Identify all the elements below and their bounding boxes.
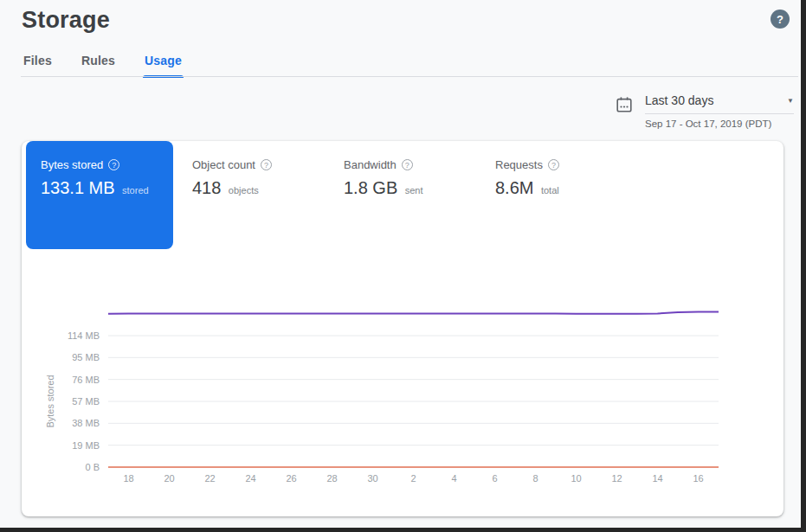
x-tick-label: 22 xyxy=(204,473,215,484)
tab-rules[interactable]: Rules xyxy=(80,54,117,77)
stat-value-row: 418 objects xyxy=(192,178,325,198)
stat-value-row: 8.6M total xyxy=(495,178,628,198)
stat-label: Object count ? xyxy=(192,158,325,171)
stat-label-text: Bytes stored xyxy=(41,158,103,171)
tab-files-label: Files xyxy=(23,54,52,67)
usage-chart: 0 B19 MB38 MB57 MB76 MB95 MB114 MB182022… xyxy=(22,260,783,510)
stat-card-requests[interactable]: Requests ? 8.6M total xyxy=(480,141,628,249)
date-range-picker[interactable]: Last 30 days ▼ Sep 17 - Oct 17, 2019 (PD… xyxy=(616,93,794,129)
stat-unit: total xyxy=(541,185,559,195)
stat-value-row: 133.1 MB stored xyxy=(41,178,173,198)
stat-card-bandwidth[interactable]: Bandwidth ? 1.8 GB sent xyxy=(329,141,476,249)
x-tick-label: 26 xyxy=(286,473,296,484)
calendar-icon xyxy=(616,96,633,113)
help-button[interactable]: ? xyxy=(771,10,790,29)
x-tick-label: 16 xyxy=(693,473,703,484)
x-tick-label: 28 xyxy=(326,473,337,484)
help-circle-icon: ? xyxy=(402,159,413,170)
stat-unit: sent xyxy=(405,185,423,195)
stat-card-content: Requests ? 8.6M total xyxy=(480,141,628,198)
help-circle-icon: ? xyxy=(548,159,559,170)
stat-label: Requests ? xyxy=(495,158,628,171)
series-bytes-stored-mb xyxy=(108,312,719,314)
tab-files[interactable]: Files xyxy=(22,54,54,77)
tab-bar: Files Rules Usage xyxy=(22,54,184,77)
stat-value-row: 1.8 GB sent xyxy=(344,178,476,198)
storage-usage-page: Storage ? Files Rules Usage Last 30 days… xyxy=(0,0,806,532)
y-tick-label: 0 B xyxy=(85,462,100,472)
stat-card-content: Bytes stored ? 133.1 MB stored xyxy=(26,141,173,198)
help-circle-icon: ? xyxy=(261,159,272,170)
x-tick-label: 30 xyxy=(367,473,377,484)
tab-rules-label: Rules xyxy=(81,54,115,67)
x-tick-label: 4 xyxy=(451,473,456,484)
x-tick-label: 18 xyxy=(123,473,133,484)
stat-value: 1.8 GB xyxy=(344,178,397,197)
stat-value: 133.1 MB xyxy=(41,178,115,197)
stat-card-content: Object count ? 418 objects xyxy=(177,141,325,198)
stat-unit: objects xyxy=(229,185,259,195)
usage-panel: Bytes stored ? 133.1 MB stored Object co… xyxy=(22,141,783,516)
stat-card-object-count[interactable]: Object count ? 418 objects xyxy=(177,141,325,249)
x-tick-label: 14 xyxy=(652,473,662,484)
x-tick-label: 12 xyxy=(611,473,622,484)
stat-label-text: Bandwidth xyxy=(344,158,397,171)
stat-label: Bandwidth ? xyxy=(344,158,476,171)
question-mark-icon: ? xyxy=(777,13,783,26)
tab-usage-label: Usage xyxy=(145,54,182,67)
usage-chart-svg: 0 B19 MB38 MB57 MB76 MB95 MB114 MB182022… xyxy=(22,260,783,510)
y-tick-label: 57 MB xyxy=(72,396,100,407)
tabs-divider xyxy=(21,76,798,77)
help-circle-icon: ? xyxy=(108,159,119,170)
x-tick-label: 20 xyxy=(164,473,174,484)
tab-usage[interactable]: Usage xyxy=(143,54,184,77)
page-title: Storage xyxy=(22,7,110,34)
y-tick-label: 95 MB xyxy=(72,352,100,362)
date-range-label: Sep 17 - Oct 17, 2019 (PDT) xyxy=(645,119,794,129)
y-tick-label: 76 MB xyxy=(72,375,100,385)
stat-label: Bytes stored ? xyxy=(41,158,173,171)
stat-value: 418 xyxy=(192,178,221,197)
x-tick-label: 2 xyxy=(410,473,416,484)
date-preset-row: Last 30 days ▼ xyxy=(645,93,794,114)
y-tick-label: 114 MB xyxy=(68,330,100,341)
stat-unit: stored xyxy=(122,185,149,195)
stat-label-text: Object count xyxy=(192,158,255,171)
y-tick-label: 19 MB xyxy=(72,440,100,451)
chevron-down-icon: ▼ xyxy=(787,97,794,105)
stat-label-text: Requests xyxy=(495,158,543,171)
x-tick-label: 6 xyxy=(492,473,497,484)
y-axis-title: Bytes stored xyxy=(45,375,55,427)
date-preset-label: Last 30 days xyxy=(645,93,713,107)
stat-value: 8.6M xyxy=(495,178,533,197)
stat-card-bytes-stored[interactable]: Bytes stored ? 133.1 MB stored xyxy=(26,141,173,249)
stat-card-content: Bandwidth ? 1.8 GB sent xyxy=(329,141,476,198)
y-tick-label: 38 MB xyxy=(72,418,100,428)
x-tick-label: 24 xyxy=(245,473,255,484)
x-tick-label: 10 xyxy=(571,473,581,484)
x-tick-label: 8 xyxy=(532,473,538,484)
date-picker-text: Last 30 days ▼ Sep 17 - Oct 17, 2019 (PD… xyxy=(645,93,794,129)
